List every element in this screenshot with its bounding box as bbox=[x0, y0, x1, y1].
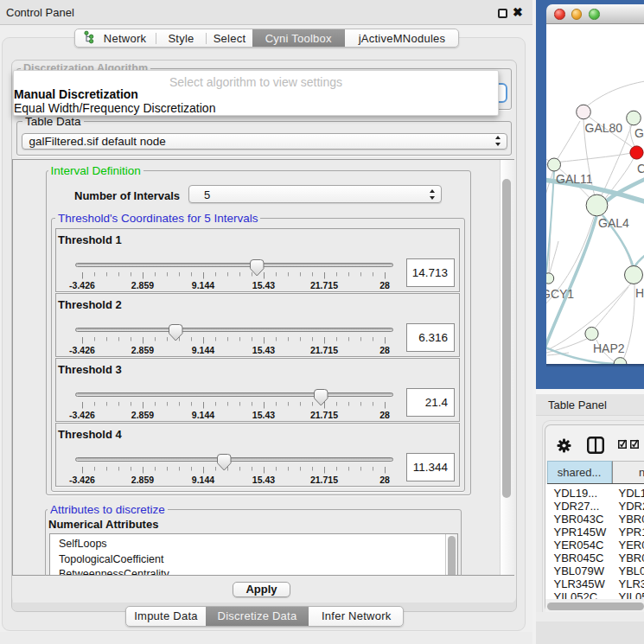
svg-text:C: C bbox=[637, 162, 644, 175]
svg-text:GCY1: GCY1 bbox=[546, 287, 574, 301]
svg-text:GAL11: GAL11 bbox=[556, 172, 593, 186]
svg-text:GAL80: GAL80 bbox=[585, 121, 623, 135]
svg-text:HAP2: HAP2 bbox=[593, 341, 625, 355]
svg-text:GAL4: GAL4 bbox=[598, 216, 629, 230]
svg-text:GA: GA bbox=[634, 126, 644, 140]
svg-text:H: H bbox=[635, 286, 644, 300]
